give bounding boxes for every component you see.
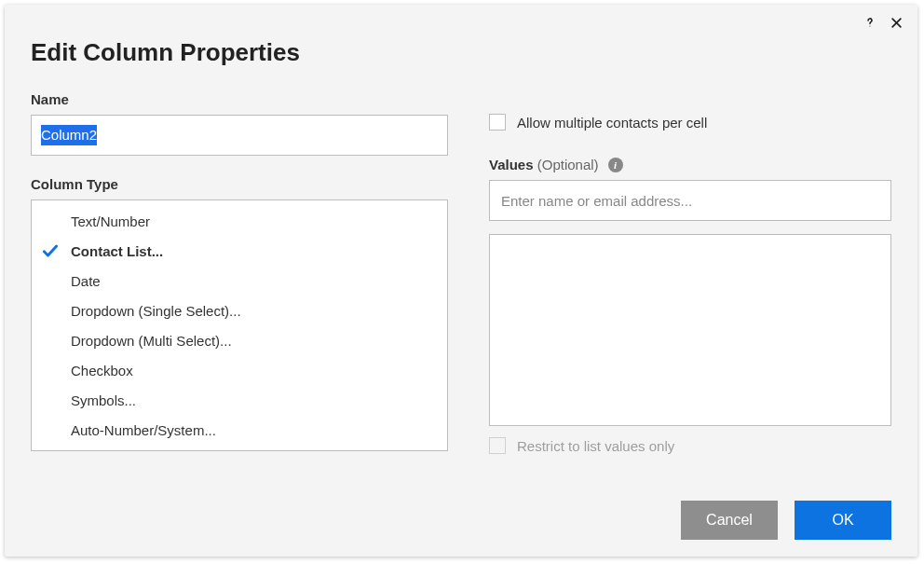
type-dropdown-single[interactable]: Dropdown (Single Select)... xyxy=(32,296,447,325)
values-input[interactable]: Enter name or email address... xyxy=(489,180,891,221)
type-text-number[interactable]: Text/Number xyxy=(32,206,447,236)
type-checkbox[interactable]: Checkbox xyxy=(32,355,447,385)
restrict-row: Restrict to list values only xyxy=(489,437,891,454)
column-name-value: Column2 xyxy=(41,125,97,145)
type-label: Dropdown (Multi Select)... xyxy=(71,333,232,349)
close-icon[interactable] xyxy=(888,14,904,31)
type-label: Auto-Number/System... xyxy=(71,422,216,438)
svg-point-0 xyxy=(869,25,870,26)
dialog-title: Edit Column Properties xyxy=(31,38,891,67)
type-dropdown-multi[interactable]: Dropdown (Multi Select)... xyxy=(32,325,447,355)
restrict-label: Restrict to list values only xyxy=(517,438,674,454)
restrict-checkbox xyxy=(489,437,506,454)
type-contact-list[interactable]: Contact List... xyxy=(32,236,447,266)
type-label: Checkbox xyxy=(71,363,133,378)
column-name-input[interactable]: Column2 xyxy=(31,115,448,156)
ok-button[interactable]: OK xyxy=(795,501,891,540)
type-label: Symbols... xyxy=(71,392,136,408)
type-auto-number[interactable]: Auto-Number/System... xyxy=(32,415,447,445)
edit-column-properties-dialog: Edit Column Properties Name Column2 Colu… xyxy=(5,5,917,557)
info-icon[interactable]: i xyxy=(608,158,623,172)
type-label: Text/Number xyxy=(71,213,150,229)
type-label: Date xyxy=(71,273,101,289)
checkmark-icon xyxy=(41,241,60,260)
values-listbox[interactable] xyxy=(489,234,891,426)
help-icon[interactable] xyxy=(862,14,878,31)
allow-multiple-label: Allow multiple contacts per cell xyxy=(517,115,707,131)
column-type-list: Text/Number Contact List... Date xyxy=(31,199,448,451)
cancel-button[interactable]: Cancel xyxy=(681,501,778,540)
values-label: Values (Optional) xyxy=(489,157,599,172)
type-date[interactable]: Date xyxy=(32,266,447,296)
values-placeholder: Enter name or email address... xyxy=(501,193,692,209)
allow-multiple-checkbox[interactable] xyxy=(489,114,506,131)
type-label: Dropdown (Single Select)... xyxy=(71,303,241,319)
type-symbols[interactable]: Symbols... xyxy=(32,385,447,415)
type-label: Contact List... xyxy=(71,243,163,259)
dialog-buttons: Cancel OK xyxy=(681,501,891,540)
allow-multiple-row[interactable]: Allow multiple contacts per cell xyxy=(489,114,891,131)
titlebar-icons xyxy=(862,14,904,31)
name-label: Name xyxy=(31,91,448,107)
column-type-label: Column Type xyxy=(31,176,448,192)
